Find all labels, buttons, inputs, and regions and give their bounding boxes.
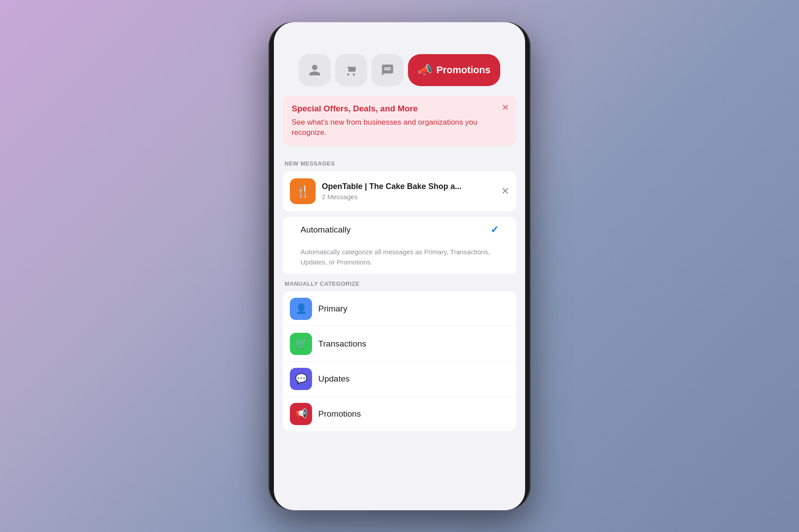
megaphone-icon: 📣 bbox=[418, 63, 432, 77]
tab-updates[interactable] bbox=[372, 54, 403, 86]
updates-icon: 💬 bbox=[290, 368, 312, 390]
tab-bar: 📣 Promotions bbox=[274, 49, 525, 91]
screen-content: 📣 Promotions Special Offers, Deals, and … bbox=[274, 22, 525, 510]
promotions-tab-label: Promotions bbox=[436, 64, 490, 76]
new-messages-label: NEW MESSAGES bbox=[274, 153, 525, 171]
tab-promotions-active[interactable]: 📣 Promotions bbox=[408, 54, 500, 86]
cart-icon bbox=[344, 63, 358, 77]
person-icon bbox=[308, 63, 321, 77]
checkmark-icon: ✓ bbox=[490, 224, 498, 236]
manually-categorize-label: MANUALLY CATEGORIZE bbox=[274, 274, 525, 292]
chat-icon bbox=[381, 63, 394, 77]
tab-transactions[interactable] bbox=[335, 54, 367, 86]
primary-icon: 👤 bbox=[290, 298, 312, 320]
promotions-label: Promotions bbox=[318, 409, 361, 419]
category-item-primary[interactable]: 👤 Primary bbox=[283, 292, 516, 327]
promotions-icon: 📢 bbox=[290, 403, 312, 425]
banner-title: Special Offers, Deals, and More bbox=[292, 104, 507, 114]
message-header: 🍴 OpenTable | The Cake Bake Shop a... 2 … bbox=[283, 171, 516, 212]
auto-option[interactable]: Automatically ✓ bbox=[292, 217, 507, 243]
message-title: OpenTable | The Cake Bake Shop a... bbox=[322, 182, 495, 191]
category-list: 👤 Primary 🛒 Transactions 💬 Updates 📢 Pro… bbox=[283, 292, 516, 431]
category-item-updates[interactable]: 💬 Updates bbox=[283, 362, 516, 397]
category-item-transactions[interactable]: 🛒 Transactions bbox=[283, 327, 516, 362]
updates-label: Updates bbox=[318, 374, 350, 384]
phone-frame: 📣 Promotions Special Offers, Deals, and … bbox=[269, 22, 530, 510]
category-item-promotions[interactable]: 📢 Promotions bbox=[283, 397, 516, 431]
phone-screen: 📣 Promotions Special Offers, Deals, and … bbox=[274, 22, 525, 510]
opentable-icon: 🍴 bbox=[290, 178, 316, 204]
auto-option-label: Automatically bbox=[301, 225, 351, 235]
auto-option-description: Automatically categorize all messages as… bbox=[292, 243, 507, 274]
message-info: OpenTable | The Cake Bake Shop a... 2 Me… bbox=[322, 182, 495, 201]
tab-primary[interactable] bbox=[299, 54, 331, 86]
promotions-banner: Special Offers, Deals, and More See what… bbox=[283, 96, 516, 146]
transactions-label: Transactions bbox=[318, 339, 366, 349]
banner-body: See what's new from businesses and organ… bbox=[292, 117, 507, 138]
message-count: 2 Messages bbox=[322, 193, 495, 201]
banner-close-button[interactable]: ✕ bbox=[502, 102, 509, 113]
primary-label: Primary bbox=[318, 304, 347, 314]
auto-option-container: Automatically ✓ Automatically categorize… bbox=[283, 217, 516, 274]
transactions-icon: 🛒 bbox=[290, 333, 312, 355]
message-card: 🍴 OpenTable | The Cake Bake Shop a... 2 … bbox=[283, 171, 516, 212]
message-close-button[interactable]: ✕ bbox=[501, 185, 509, 197]
